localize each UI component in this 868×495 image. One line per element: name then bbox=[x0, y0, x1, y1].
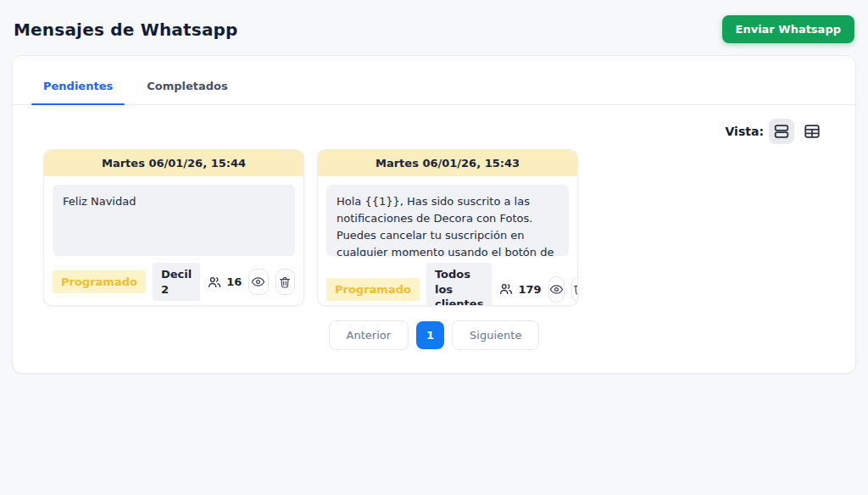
message-card: Martes 06/01/26, 15:44 Feliz Navidad Pro… bbox=[43, 149, 304, 306]
table-view-button[interactable] bbox=[799, 119, 825, 144]
next-page-button[interactable]: Siguiente bbox=[452, 320, 539, 350]
eye-icon bbox=[549, 282, 564, 297]
message-card: Martes 06/01/26, 15:43 Hola {{1}}, Has s… bbox=[317, 149, 578, 306]
message-cards-row: Martes 06/01/26, 15:44 Feliz Navidad Pro… bbox=[13, 144, 855, 306]
message-datetime: Martes 06/01/26, 15:43 bbox=[318, 150, 577, 176]
cards-view-icon bbox=[772, 122, 791, 141]
message-body: Feliz Navidad bbox=[53, 185, 295, 256]
trash-icon bbox=[572, 282, 578, 296]
table-view-icon bbox=[803, 122, 821, 141]
message-footer: Programado Todos los clientes 179 bbox=[318, 256, 577, 306]
message-footer: Programado Decil 2 16 bbox=[44, 256, 303, 306]
users-icon bbox=[498, 281, 514, 297]
audience-tag: Todos los clientes bbox=[426, 263, 492, 306]
view-toggle-row: Vista: bbox=[13, 105, 855, 144]
page-title: Mensajes de Whatsapp bbox=[14, 19, 238, 40]
status-badge: Programado bbox=[326, 278, 420, 301]
page-number-button[interactable]: 1 bbox=[416, 321, 444, 349]
pagination: Anterior 1 Siguiente bbox=[13, 320, 855, 350]
tab-bar: Pendientes Completados bbox=[13, 56, 855, 105]
recipients-count: 16 bbox=[226, 275, 242, 288]
tab-completados[interactable]: Completados bbox=[135, 75, 240, 104]
cards-view-button[interactable] bbox=[769, 119, 794, 144]
view-toggle-label: Vista: bbox=[726, 125, 764, 138]
preview-message-button[interactable] bbox=[548, 276, 565, 303]
recipients-count-group: 179 bbox=[498, 281, 541, 297]
preview-message-button[interactable] bbox=[248, 269, 268, 295]
delete-message-button[interactable] bbox=[275, 269, 295, 295]
status-badge: Programado bbox=[53, 270, 146, 293]
delete-message-button[interactable] bbox=[571, 276, 578, 303]
audience-tag: Decil 2 bbox=[153, 263, 200, 301]
previous-page-button[interactable]: Anterior bbox=[329, 320, 409, 350]
messages-panel: Pendientes Completados Vista: bbox=[12, 55, 856, 374]
trash-icon bbox=[278, 275, 292, 289]
users-icon bbox=[207, 275, 222, 290]
message-body: Hola {{1}}, Has sido suscrito a las noti… bbox=[326, 185, 569, 256]
message-datetime: Martes 06/01/26, 15:44 bbox=[44, 150, 303, 176]
top-bar: Mensajes de Whatsapp Enviar Whatsapp bbox=[0, 0, 868, 55]
eye-icon bbox=[251, 275, 265, 289]
tab-pendientes[interactable]: Pendientes bbox=[31, 75, 125, 104]
send-whatsapp-button[interactable]: Enviar Whatsapp bbox=[722, 15, 854, 43]
recipients-count-group: 16 bbox=[207, 275, 242, 290]
recipients-count: 179 bbox=[518, 283, 541, 296]
